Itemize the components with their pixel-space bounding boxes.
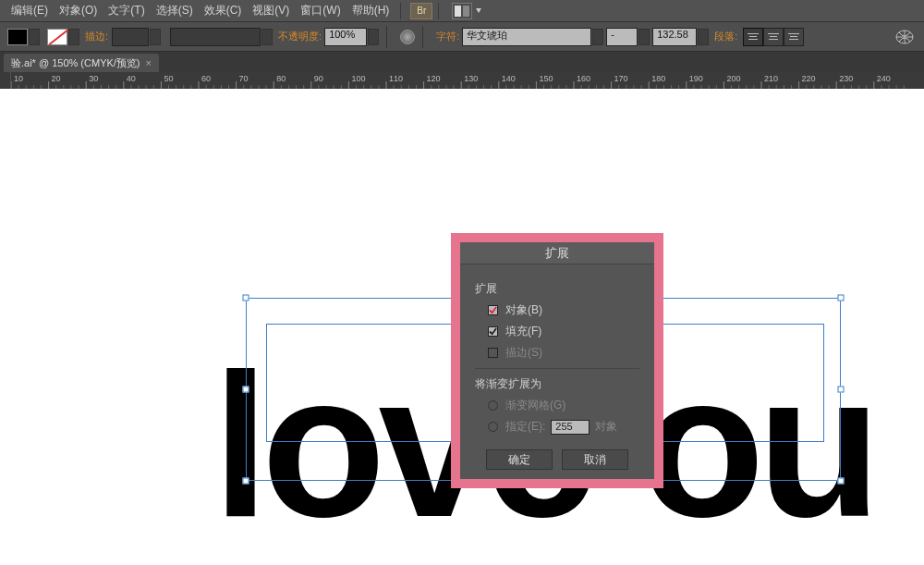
document-tab[interactable]: 验.ai* @ 150% (CMYK/预览) × (4, 54, 159, 72)
ruler-origin[interactable] (0, 72, 11, 89)
options-separator (422, 26, 423, 48)
options-bar: 描边: 不透明度: 100% 字符: 华文琥珀 - 132.58 段落: (0, 22, 924, 52)
perspective-grid-icon[interactable] (894, 29, 915, 45)
menu-edit[interactable]: 编辑(E) (6, 3, 54, 18)
ok-button[interactable]: 确定 (486, 449, 553, 470)
svg-text:190: 190 (689, 74, 703, 83)
menu-object[interactable]: 对象(O) (54, 3, 103, 18)
checkbox-stroke: 描边(S) (488, 345, 639, 361)
close-tab-icon[interactable]: × (146, 57, 152, 68)
menu-select[interactable]: 选择(S) (151, 3, 199, 18)
stroke-profile-dropdown[interactable] (261, 29, 273, 45)
svg-text:50: 50 (164, 74, 173, 83)
svg-text:70: 70 (239, 74, 249, 83)
checkbox-icon (488, 305, 498, 315)
menubar-separator (438, 3, 439, 19)
radio-gradient-mesh: 渐变网格(G) (488, 398, 639, 413)
horizontal-ruler: 1020304050607080901001101201301401501601… (0, 72, 924, 89)
svg-text:220: 220 (802, 74, 816, 83)
menu-window[interactable]: 窗口(W) (295, 3, 346, 18)
selection-handle[interactable] (838, 295, 845, 301)
opacity-label: 不透明度: (278, 30, 322, 43)
paragraph-label: 段落: (714, 30, 737, 43)
font-size-dropdown[interactable] (698, 29, 709, 45)
radio-icon (488, 422, 498, 432)
svg-text:230: 230 (839, 74, 853, 83)
svg-text:10: 10 (14, 74, 23, 83)
svg-text:160: 160 (577, 74, 590, 83)
arrange-documents-icon[interactable] (452, 3, 472, 19)
svg-text:100: 100 (351, 74, 365, 83)
character-label: 字符: (436, 30, 459, 43)
align-left-button[interactable] (743, 28, 763, 46)
font-style-dropdown[interactable] (638, 29, 650, 45)
selection-handle[interactable] (243, 387, 249, 393)
selection-handle[interactable] (243, 295, 249, 301)
font-size-input[interactable]: 132.58 (652, 28, 697, 46)
menu-effect[interactable]: 效果(C) (199, 3, 248, 18)
recolor-artwork-icon[interactable] (400, 30, 415, 44)
stroke-label: 描边: (85, 30, 108, 43)
font-family-input[interactable]: 华文琥珀 (462, 28, 591, 46)
chevron-down-icon[interactable] (476, 8, 481, 13)
canvas[interactable]: loveou 扩展 扩展 对象(B) 填充(F) (0, 89, 924, 565)
stroke-weight-field[interactable] (112, 28, 149, 46)
checkbox-label: 对象(B) (505, 302, 542, 318)
dialog-titlebar[interactable]: 扩展 (460, 242, 654, 264)
svg-text:20: 20 (52, 74, 61, 83)
checkbox-label: 描边(S) (505, 345, 542, 361)
checkbox-object[interactable]: 对象(B) (488, 302, 639, 318)
document-tab-title: 验.ai* @ 150% (CMYK/预览) (11, 56, 140, 70)
radio-label: 渐变网格(G) (505, 398, 565, 413)
align-right-button[interactable] (784, 28, 804, 46)
dialog-divider (475, 368, 639, 369)
svg-text:30: 30 (89, 74, 98, 83)
expand-gradient-group-label: 将渐变扩展为 (475, 376, 639, 392)
radio-label: 指定(E): (505, 419, 545, 435)
svg-text:210: 210 (764, 74, 778, 83)
menu-type[interactable]: 文字(T) (103, 3, 150, 18)
svg-text:40: 40 (127, 74, 136, 83)
bridge-button[interactable]: Br (410, 3, 432, 19)
svg-text:150: 150 (539, 74, 553, 83)
svg-text:60: 60 (201, 74, 211, 83)
svg-text:80: 80 (276, 74, 286, 83)
fill-swatch[interactable] (7, 29, 28, 45)
stroke-swatch-dropdown[interactable] (68, 29, 79, 45)
fill-swatch-dropdown[interactable] (29, 29, 40, 45)
ruler-ticks: 1020304050607080901001101201301401501601… (11, 72, 924, 89)
align-center-button[interactable] (763, 28, 784, 46)
opacity-dropdown[interactable] (368, 29, 379, 45)
radio-icon (488, 400, 498, 411)
svg-text:120: 120 (427, 74, 441, 83)
menu-view[interactable]: 视图(V) (247, 3, 295, 18)
stroke-swatch-none[interactable] (47, 29, 67, 45)
cancel-button[interactable]: 取消 (562, 449, 628, 470)
opacity-input[interactable]: 100% (324, 28, 367, 46)
radio-specify: 指定(E): 255 对象 (488, 419, 639, 435)
selection-handle[interactable] (838, 478, 845, 485)
menu-help[interactable]: 帮助(H) (346, 3, 395, 18)
paragraph-align-group (743, 28, 804, 46)
font-family-dropdown[interactable] (592, 29, 603, 45)
document-tabs: 验.ai* @ 150% (CMYK/预览) × (0, 52, 924, 72)
svg-text:200: 200 (726, 74, 740, 83)
font-style-input[interactable]: - (606, 28, 638, 46)
expand-dialog: 扩展 扩展 对象(B) 填充(F) 描边(S) 将渐变扩展为 (451, 233, 663, 488)
checkbox-fill[interactable]: 填充(F) (488, 324, 639, 339)
svg-text:140: 140 (502, 74, 516, 83)
checkbox-label: 填充(F) (505, 324, 541, 339)
selection-handle[interactable] (838, 387, 845, 393)
dialog-body: 扩展 对象(B) 填充(F) 描边(S) 将渐变扩展为 (460, 264, 654, 449)
menu-bar: 编辑(E) 对象(O) 文字(T) 选择(S) 效果(C) 视图(V) 窗口(W… (0, 0, 924, 22)
checkbox-icon (488, 348, 498, 358)
svg-text:170: 170 (614, 74, 628, 83)
stroke-profile-field[interactable] (170, 28, 261, 46)
selection-handle[interactable] (243, 478, 249, 485)
svg-text:130: 130 (464, 74, 478, 83)
svg-text:240: 240 (877, 74, 891, 83)
expand-group-label: 扩展 (475, 281, 639, 297)
options-separator (386, 26, 387, 48)
specify-count-input: 255 (551, 420, 590, 435)
stroke-weight-dropdown[interactable] (150, 29, 161, 45)
